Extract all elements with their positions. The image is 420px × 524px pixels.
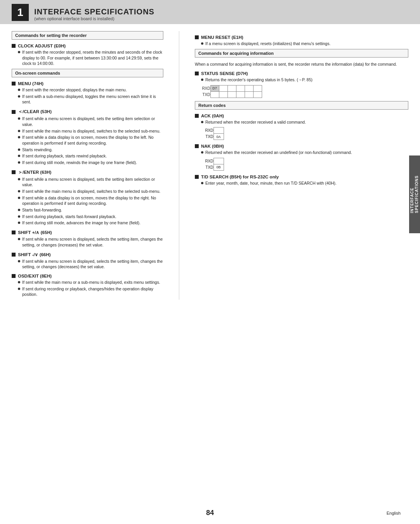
enter-63h-label: ＞/ENTER (63H) (18, 169, 51, 175)
bullet-dot-icon (18, 161, 20, 164)
txd-cell5 (245, 91, 253, 98)
bullet-dot-icon (18, 209, 20, 211)
language-label: English (387, 511, 401, 515)
bullet-text: If sent during playback, starts rewind p… (22, 153, 107, 159)
status-sense-label: STATUS SENSE (D7H) (201, 71, 248, 76)
clock-adjust-label: CLOCK ADJUST (E0H) (18, 44, 66, 48)
menu-reset-bullets: If a menu screen is displayed, resets (i… (201, 41, 408, 47)
page-footer: 84 English (0, 509, 420, 517)
status-sense-diagram: RXD D7 TXD (199, 85, 408, 98)
td-search-bullets: Enter year, month, date, hour, minute, t… (201, 180, 408, 186)
page-wrapper: 1 INTERFACE SPECIFICATIONS (when optiona… (0, 0, 420, 524)
bullet-text: If sent with a sub-menu displayed, toggl… (22, 94, 163, 105)
ack-diagram: RXD TXD 0A (199, 127, 408, 140)
right-column: MENU RESET (E1H) If a menu screen is dis… (195, 31, 408, 300)
list-item: If sent with a sub-menu displayed, toggl… (18, 94, 163, 105)
enter-63h-bullets: If sent while a menu screen is displayed… (18, 176, 163, 226)
section-onscreen-commands: On-screen commands (12, 69, 163, 77)
rxd-cell (214, 158, 224, 164)
bullet-dot-icon (201, 42, 203, 45)
txd-cell1 (210, 91, 219, 98)
list-item: If sent while a menu screen is displayed… (18, 176, 163, 188)
clear-53h-heading: ＜/CLEAR (53H) (12, 109, 163, 115)
bullet-dot-icon (18, 136, 20, 138)
bullet-text: If sent while a menu screen is displayed… (22, 259, 163, 270)
cell-empty5 (253, 85, 262, 91)
bullet-dot-icon (18, 197, 20, 199)
bullet-text: If sent with the recorder stopped, reset… (22, 49, 163, 66)
rxd-label: RXD (203, 158, 214, 164)
page-subtitle: (when optional interface board is instal… (34, 16, 154, 21)
bullet-text: Returned when the recorder received a va… (205, 119, 306, 125)
bullet-text: If sent while a data display is on scree… (22, 134, 163, 146)
bullet-text: If sent with the recorder stopped, displ… (22, 87, 127, 93)
bullet-dot-icon (18, 95, 20, 98)
enter-63h-heading: ＞/ENTER (63H) (12, 169, 163, 175)
bullet-text: If sent while a data display is on scree… (22, 195, 163, 206)
txd-cell4 (236, 91, 245, 98)
nak-0bh-bullets: Returned when the recorder received an u… (201, 150, 408, 155)
bullet-dot-icon (201, 151, 203, 154)
bullet-text: If sent while a menu screen is displayed… (22, 176, 163, 188)
section-setting-recorder: Commands for setting the recorder (12, 31, 163, 40)
list-item: If sent while the main menu is displayed… (18, 189, 163, 194)
txd-cell2 (219, 91, 228, 98)
list-item: Starts fast-forwarding. (18, 207, 163, 213)
bullet-text: If sent during playback, starts fast-for… (22, 214, 116, 220)
bullet-dot-icon (18, 215, 20, 218)
status-sense-bullets: Returns the recorder's operating status … (201, 77, 408, 83)
bullet-text: If sent during still mode, advances the … (22, 220, 140, 226)
cell-d7: D7 (210, 85, 219, 91)
list-item: If sent while a menu screen is displayed… (18, 116, 163, 127)
bullet-dot-icon (18, 238, 20, 240)
cell-empty2 (228, 85, 236, 91)
bullet-dot-icon (18, 288, 20, 290)
list-item: Returns the recorder's operating status … (201, 77, 408, 83)
bullet-text: Enter year, month, date, hour, minute, t… (205, 180, 336, 186)
bullet-text: If sent during recording or playback, ch… (22, 286, 163, 297)
header-text: INTERFACE SPECIFICATIONS (when optional … (34, 7, 154, 21)
nak-table: RXD TXD 0B (203, 158, 224, 171)
osd-exit-8eh-heading: OSD/EXIT (8EH) (12, 274, 163, 278)
osd-exit-8eh-label: OSD/EXIT (8EH) (18, 274, 52, 278)
bullet-dot-icon (201, 79, 203, 81)
list-item: If sent while the main menu or a sub-men… (18, 279, 163, 285)
bullet-text: Returned when the recorder received an u… (205, 150, 352, 155)
txd-cell3 (228, 91, 236, 98)
square-bullet-icon (12, 170, 16, 174)
status-sense-heading: STATUS SENSE (D7H) (195, 71, 408, 76)
bullet-dot-icon (18, 178, 20, 180)
square-bullet-icon (195, 35, 199, 39)
bullet-dot-icon (18, 155, 20, 157)
bullet-text: If sent while a menu screen is displayed… (22, 116, 163, 127)
page-number: 84 (206, 509, 214, 517)
list-item: If sent during playback, starts rewind p… (18, 153, 163, 159)
td-search-label: T/D SEARCH (B5H) for RS-232C only (201, 175, 279, 179)
td-search-heading: T/D SEARCH (B5H) for RS-232C only (195, 175, 408, 179)
section-onscreen-label: On-screen commands (15, 71, 60, 75)
bullet-dot-icon (201, 121, 203, 123)
rxd-cell (214, 128, 224, 134)
bullet-dot-icon (18, 148, 20, 151)
ack-0ah-label: ACK (0AH) (201, 114, 224, 118)
list-item: Starts rewinding. (18, 147, 163, 153)
list-item: Returned when the recorder received a va… (201, 119, 408, 125)
bullet-dot-icon (18, 89, 20, 91)
list-item: If sent while a data display is on scree… (18, 195, 163, 206)
bullet-text: If sent while the main menu or a sub-men… (22, 279, 160, 285)
list-item: If sent with the recorder stopped, reset… (18, 49, 163, 66)
clock-adjust-heading: CLOCK ADJUST (E0H) (12, 44, 163, 48)
bullet-dot-icon (18, 130, 20, 132)
bullet-text: If sent during still mode, rewinds the i… (22, 160, 137, 166)
list-item: If sent during still mode, advances the … (18, 220, 163, 226)
sidebar-vertical: INTERFACESPECIFICATIONS (409, 155, 420, 233)
page-title: INTERFACE SPECIFICATIONS (34, 7, 154, 16)
list-item: Returned when the recorder received an u… (201, 150, 408, 155)
bullet-text: If sent while the main menu is displayed… (22, 128, 160, 134)
square-bullet-icon (12, 231, 16, 234)
list-item: If sent while a data display is on scree… (18, 134, 163, 146)
square-bullet-icon (195, 114, 199, 118)
column-divider (179, 31, 179, 300)
sidebar-text: INTERFACESPECIFICATIONS (410, 175, 419, 213)
shift-down-66h-heading: SHIFT -/∨ (66H) (12, 252, 163, 257)
